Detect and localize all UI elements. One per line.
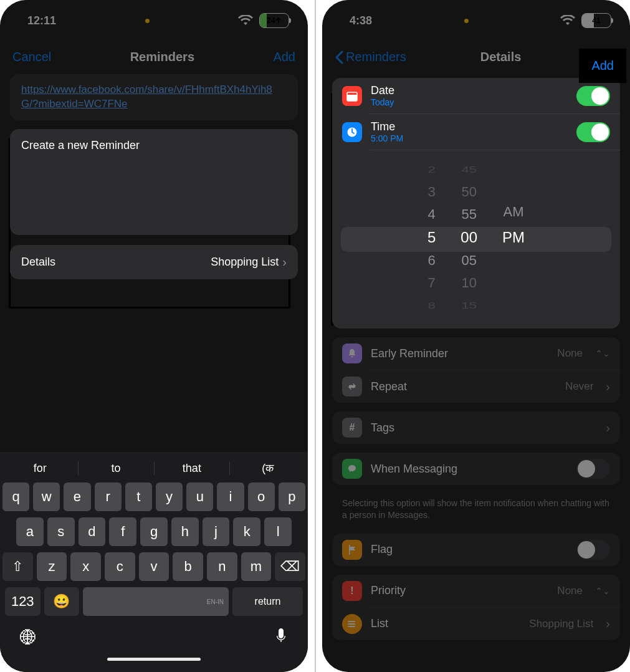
repeat-row[interactable]: Repeat Never › [332,370,620,403]
wifi-icon [560,15,575,26]
priority-value: None [557,585,583,597]
cancel-button[interactable]: Cancel [12,50,51,64]
chevron-left-icon [335,50,343,64]
time-picker[interactable]: 2 3 4 5 6 7 8 45 50 55 00 05 10 15 AM PM… [332,150,620,329]
repeat-value: Never [565,380,593,393]
chevron-right-icon: › [606,380,610,394]
back-button[interactable]: Reminders [335,50,406,64]
battery-icon: 41 [581,13,611,28]
flag-label: Flag [371,543,568,556]
mic-icon[interactable] [274,628,288,648]
list-row[interactable]: List Shopping List › [332,608,620,640]
nav-bar: Cancel Reminders Add [0,36,308,74]
nav-title: Details [480,50,522,64]
link-card: https://www.facebook.com/share/v/FHhmftB… [10,74,298,120]
shared-link[interactable]: https://www.facebook.com/share/v/FHhmftB… [10,74,298,120]
tags-card: # Tags › [332,411,620,444]
chevron-right-icon: › [606,617,610,631]
status-time: 4:38 [350,14,372,27]
early-reminder-value: None [557,347,583,360]
svg-point-4 [348,621,349,622]
details-row[interactable]: Details Shopping List › [10,245,298,279]
flag-row[interactable]: Flag [332,534,620,566]
return-key[interactable]: return [232,587,303,616]
status-time: 12:11 [27,14,56,27]
keyboard-suggestions[interactable]: for to that (क [2,457,305,482]
emoji-key[interactable]: 😀 [44,587,80,616]
hash-icon: # [342,418,362,438]
priority-row[interactable]: ! Priority None ⌃⌄ [332,575,620,607]
list-value: Shopping List [529,618,593,630]
add-button[interactable]: Add [273,50,295,64]
wifi-icon [238,15,253,26]
updown-icon: ⌃⌄ [595,586,610,596]
svg-point-5 [348,623,349,625]
shift-key[interactable]: ⇧ [2,552,33,581]
date-value: Today [371,97,568,107]
early-reminder-row[interactable]: Early Reminder None ⌃⌄ [332,337,620,370]
date-toggle[interactable] [576,86,610,106]
flag-icon [342,540,362,560]
status-bar: 4:38 41 [322,0,630,36]
picker-hours[interactable]: 2 3 4 5 6 7 8 [427,161,436,314]
phone-left: 12:11 24𐌣 Cancel Reminders Add https://w… [0,0,308,672]
time-toggle[interactable] [576,122,610,142]
space-key[interactable]: EN-IN [83,587,229,616]
flag-card: Flag [332,534,620,566]
flag-toggle[interactable] [576,540,610,560]
phone-right: 4:38 41 Reminders Details Add Date Toda [322,0,630,672]
bell-icon [342,343,362,363]
details-label: Details [21,256,55,269]
priority-list-card: ! Priority None ⌃⌄ List Shopping List › [332,575,620,640]
updown-icon: ⌃⌄ [595,348,610,358]
date-label: Date [371,84,568,97]
recording-dot [464,19,469,23]
time-row[interactable]: Time 5:00 PM [332,114,620,150]
chevron-right-icon: › [606,421,610,435]
svg-point-6 [348,626,349,627]
messaging-toggle[interactable] [576,459,610,479]
reminder-options-card: Early Reminder None ⌃⌄ Repeat Never › [332,337,620,403]
calendar-icon [342,86,362,106]
priority-label: Priority [371,584,548,597]
status-bar: 12:11 24𐌣 [0,0,308,36]
messaging-help-text: Selecting this option will show the item… [322,494,630,534]
nav-title: Reminders [130,50,194,64]
list-label: List [371,617,520,630]
messaging-label: When Messaging [371,463,568,476]
list-icon [342,614,362,634]
key-row-2[interactable]: asdfghjkl [2,517,305,546]
globe-icon[interactable]: 🌐︎ [20,628,36,648]
picker-minutes[interactable]: 45 50 55 00 05 10 15 [461,161,477,314]
repeat-icon [342,377,362,396]
clock-icon [342,122,362,142]
reminder-text-input[interactable]: Create a new Reminder [10,129,298,235]
picker-ampm[interactable]: AM PM XM [502,161,525,314]
datetime-card: Date Today Time 5:00 PM 2 3 4 5 6 [332,78,620,329]
time-label: Time [371,120,568,133]
early-reminder-label: Early Reminder [371,347,548,360]
details-value: Shopping List [211,256,279,269]
messaging-card: When Messaging [332,453,620,485]
repeat-label: Repeat [371,380,556,393]
key-row-3[interactable]: ⇧ zxcvbnm ⌫ [2,552,305,581]
home-indicator[interactable] [107,658,201,661]
backspace-key[interactable]: ⌫ [275,552,305,581]
numbers-key[interactable]: 123 [5,587,41,616]
key-row-1[interactable]: qwertyuiop [2,482,305,511]
time-value: 5:00 PM [371,133,568,143]
battery-icon: 24𐌣 [259,13,289,28]
tags-label: Tags [371,421,593,434]
recording-dot [145,19,150,23]
date-row[interactable]: Date Today [332,78,620,113]
tags-row[interactable]: # Tags › [332,411,620,444]
messages-icon [342,459,362,479]
keyboard[interactable]: for to that (क qwertyuiop asdfghjkl ⇧ zx… [0,452,308,672]
chevron-right-icon: › [282,255,287,269]
priority-icon: ! [342,581,362,601]
messaging-row[interactable]: When Messaging [332,453,620,485]
add-button[interactable]: Add [579,49,626,83]
